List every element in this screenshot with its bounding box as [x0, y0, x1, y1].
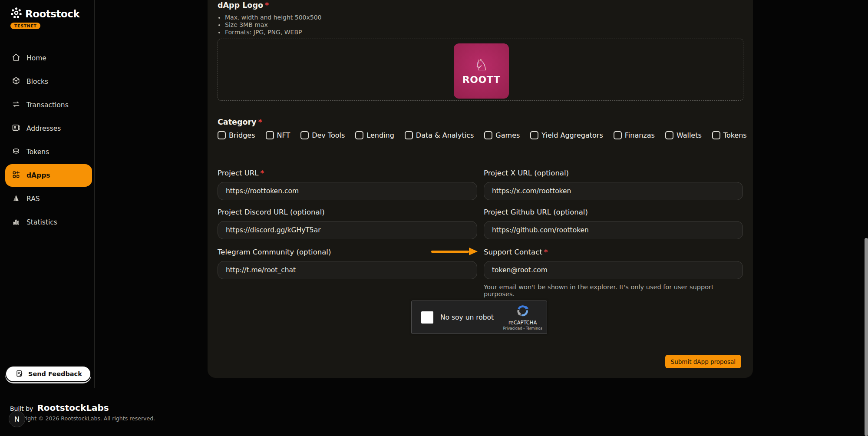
dapp-logo-label: dApp Logo*	[218, 1, 269, 10]
discord-url-field: Project Discord URL (optional)	[218, 208, 477, 239]
sidebar-item-label: Tokens	[26, 148, 49, 156]
page: Rootstock TESTNET Home Blocks Transactio…	[0, 0, 868, 436]
category-checkbox-games[interactable]: Games	[484, 131, 520, 139]
copyright-text: Copyright © 2026 RootstockLabs. All righ…	[10, 415, 155, 422]
footer: Built by RootstockLabs Copyright © 2026 …	[0, 388, 868, 436]
category-checkbox-wallets[interactable]: Wallets	[665, 131, 702, 139]
sidebar-item-label: Addresses	[26, 125, 61, 132]
logo-rule: Formats: JPG, PNG, WEBP	[225, 29, 321, 36]
support-contact-label: Support Contact*	[484, 248, 743, 256]
logo-upload-dropzone[interactable]: ♘ ROOTT	[218, 39, 743, 101]
category-checkbox-data-analytics[interactable]: Data & Analytics	[405, 131, 474, 139]
category-checkbox-nft[interactable]: NFT	[266, 131, 290, 139]
discord-url-input[interactable]	[218, 221, 477, 239]
logo-rules-list: Max. width and height 500x500 Size 3MB m…	[225, 14, 321, 36]
discord-url-label: Project Discord URL (optional)	[218, 208, 477, 216]
dapp-logo-preview[interactable]: ♘ ROOTT	[454, 43, 509, 99]
github-url-field: Project Github URL (optional)	[484, 208, 743, 239]
sidebar-item-label: Home	[26, 54, 46, 62]
sidebar-item-addresses[interactable]: Addresses	[0, 117, 94, 140]
category-checkbox-row: Bridges NFT Dev Tools Lending Data & Ana…	[218, 131, 747, 139]
send-feedback-button[interactable]: Send Feedback	[5, 366, 91, 382]
recaptcha-brand-text: reCAPTCHA	[508, 320, 537, 326]
sidebar-item-home[interactable]: Home	[0, 46, 94, 70]
submit-dapp-proposal-button[interactable]: Submit dApp proposal	[665, 355, 741, 368]
logo-rule: Size 3MB max	[225, 21, 321, 29]
recaptcha-privacy-links[interactable]: Privacidad - Términos	[503, 326, 542, 330]
sidebar-item-statistics[interactable]: Statistics	[0, 211, 94, 234]
sidebar-item-label: RAS	[26, 195, 40, 203]
checkbox[interactable]	[405, 131, 413, 139]
rootstock-logo-icon	[10, 7, 22, 20]
sidebar-item-ras[interactable]: RAS	[0, 187, 94, 211]
sidebar-nav: Home Blocks Transactions Addresses Token…	[0, 46, 94, 234]
swap-arrows-icon	[12, 100, 20, 110]
checkbox[interactable]	[355, 131, 363, 139]
checkbox[interactable]	[712, 131, 720, 139]
sidebar-item-label: Statistics	[26, 218, 57, 226]
sidebar-item-tokens[interactable]: Tokens	[0, 140, 94, 164]
brand-name: Rootstock	[25, 8, 79, 20]
brand[interactable]: Rootstock TESTNET	[10, 7, 79, 29]
project-x-url-input[interactable]	[484, 182, 743, 200]
checkbox[interactable]	[665, 131, 673, 139]
home-icon	[12, 53, 20, 63]
recaptcha-label: No soy un robot	[440, 314, 494, 321]
sidebar-item-label: Blocks	[26, 78, 48, 86]
category-label: Category*	[218, 118, 262, 126]
checkbox[interactable]	[614, 131, 622, 139]
recaptcha-logo-icon	[516, 304, 529, 319]
sidebar-item-label: Transactions	[26, 101, 69, 109]
recaptcha-checkbox[interactable]	[421, 311, 433, 324]
chess-knight-icon: ♘	[474, 57, 488, 73]
category-checkbox-bridges[interactable]: Bridges	[218, 131, 255, 139]
bar-chart-icon	[12, 217, 20, 228]
annotation-arrow	[431, 248, 478, 255]
category-checkbox-dev-tools[interactable]: Dev Tools	[300, 131, 345, 139]
checkbox[interactable]	[484, 131, 492, 139]
project-url-field: Project URL*	[218, 169, 477, 200]
dapp-proposal-form-card: dApp Logo* Max. width and height 500x500…	[208, 0, 753, 378]
footer-company-name[interactable]: RootstockLabs	[37, 403, 109, 413]
category-checkbox-tokens[interactable]: Tokens	[712, 131, 747, 139]
project-x-url-field: Project X URL (optional)	[484, 169, 743, 200]
sidebar-item-transactions[interactable]: Transactions	[0, 93, 94, 117]
notification-avatar[interactable]: N	[9, 411, 25, 427]
built-by-block: Built by RootstockLabs	[10, 403, 109, 413]
logo-rule: Max. width and height 500x500	[225, 14, 321, 21]
dapp-symbol: ROOTT	[462, 74, 500, 85]
sidebar-item-label: dApps	[26, 172, 50, 179]
github-url-input[interactable]	[484, 221, 743, 239]
apps-grid-plus-icon	[12, 170, 20, 181]
support-helper-text: Your email won't be shown in the explore…	[484, 284, 743, 297]
category-checkbox-yield-aggregators[interactable]: Yield Aggregators	[530, 131, 603, 139]
telegram-input[interactable]	[218, 261, 477, 279]
project-x-url-label: Project X URL (optional)	[484, 169, 743, 177]
checkbox[interactable]	[530, 131, 538, 139]
scrollbar-thumb[interactable]	[865, 238, 868, 436]
category-checkbox-lending[interactable]: Lending	[355, 131, 394, 139]
support-contact-input[interactable]	[484, 261, 743, 279]
checkbox[interactable]	[300, 131, 309, 139]
coin-icon	[12, 147, 20, 157]
project-url-input[interactable]	[218, 182, 477, 200]
triangle-icon	[12, 194, 20, 204]
cube-icon	[12, 76, 20, 87]
sidebar: Rootstock TESTNET Home Blocks Transactio…	[0, 0, 95, 388]
checkbox[interactable]	[266, 131, 274, 139]
support-contact-field: Support Contact* Your email won't be sho…	[484, 248, 743, 297]
category-checkbox-finanzas[interactable]: Finanzas	[614, 131, 655, 139]
contact-card-icon	[12, 123, 20, 134]
checkbox[interactable]	[218, 131, 226, 139]
sidebar-item-dapps[interactable]: dApps	[5, 164, 92, 187]
send-feedback-label: Send Feedback	[28, 370, 82, 377]
recaptcha-brand: reCAPTCHA Privacidad - Términos	[503, 304, 542, 330]
project-url-label: Project URL*	[218, 169, 477, 177]
sidebar-item-blocks[interactable]: Blocks	[0, 70, 94, 93]
feedback-note-icon	[16, 370, 23, 379]
recaptcha-widget[interactable]: No soy un robot reCAPTCHA Privacidad - T…	[411, 301, 547, 334]
github-url-label: Project Github URL (optional)	[484, 208, 743, 216]
testnet-badge: TESTNET	[10, 23, 40, 29]
